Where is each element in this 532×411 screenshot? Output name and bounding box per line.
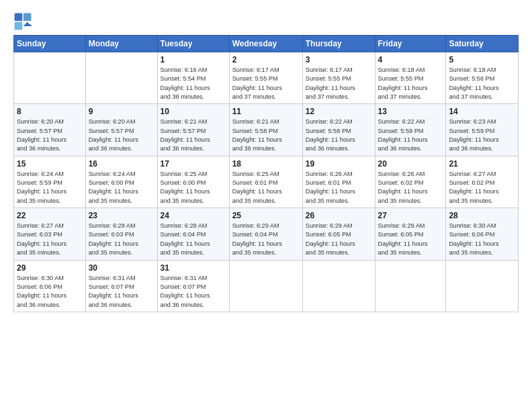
- day-number: 18: [232, 159, 300, 169]
- day-number: 27: [378, 211, 443, 220]
- day-info: Sunrise: 6:29 AM Sunset: 6:04 PM Dayligh…: [232, 222, 300, 257]
- day-number: 14: [449, 107, 515, 116]
- weekday-header-saturday: Saturday: [446, 36, 519, 52]
- weekday-header-friday: Friday: [375, 36, 446, 52]
- calendar-cell: 31Sunrise: 6:31 AM Sunset: 6:07 PM Dayli…: [157, 260, 229, 312]
- week-row-3: 15Sunrise: 6:24 AM Sunset: 5:59 PM Dayli…: [14, 156, 519, 208]
- calendar-table: SundayMondayTuesdayWednesdayThursdayFrid…: [13, 35, 519, 312]
- day-info: Sunrise: 6:22 AM Sunset: 5:59 PM Dayligh…: [378, 118, 443, 153]
- weekday-header-thursday: Thursday: [302, 36, 375, 52]
- calendar-cell: 29Sunrise: 6:30 AM Sunset: 6:06 PM Dayli…: [14, 260, 86, 312]
- weekday-header-wednesday: Wednesday: [229, 36, 302, 52]
- day-number: 23: [89, 211, 154, 220]
- day-info: Sunrise: 6:17 AM Sunset: 5:55 PM Dayligh…: [306, 66, 372, 101]
- calendar-cell: [85, 52, 157, 104]
- day-number: 8: [17, 107, 83, 116]
- day-number: 29: [17, 263, 83, 273]
- week-row-2: 8Sunrise: 6:20 AM Sunset: 5:57 PM Daylig…: [14, 104, 519, 156]
- day-number: 13: [378, 107, 443, 116]
- calendar-cell: 22Sunrise: 6:27 AM Sunset: 6:03 PM Dayli…: [14, 208, 86, 260]
- calendar-cell: [446, 260, 519, 312]
- day-info: Sunrise: 6:30 AM Sunset: 6:06 PM Dayligh…: [449, 222, 515, 257]
- day-number: 11: [232, 107, 300, 116]
- day-number: 28: [449, 211, 515, 220]
- day-info: Sunrise: 6:28 AM Sunset: 6:04 PM Dayligh…: [161, 222, 226, 257]
- weekday-header-monday: Monday: [85, 36, 157, 52]
- svg-rect-2: [15, 22, 23, 30]
- calendar-cell: 26Sunrise: 6:29 AM Sunset: 6:05 PM Dayli…: [302, 208, 375, 260]
- day-info: Sunrise: 6:20 AM Sunset: 5:57 PM Dayligh…: [17, 118, 83, 153]
- day-info: Sunrise: 6:30 AM Sunset: 6:06 PM Dayligh…: [17, 274, 83, 310]
- day-info: Sunrise: 6:25 AM Sunset: 6:00 PM Dayligh…: [161, 170, 226, 205]
- calendar-cell: [14, 52, 86, 104]
- day-info: Sunrise: 6:22 AM Sunset: 5:58 PM Dayligh…: [306, 118, 372, 153]
- calendar-cell: 19Sunrise: 6:26 AM Sunset: 6:01 PM Dayli…: [302, 156, 375, 208]
- day-info: Sunrise: 6:24 AM Sunset: 6:00 PM Dayligh…: [89, 170, 154, 205]
- logo: [13, 12, 35, 31]
- calendar-cell: 10Sunrise: 6:21 AM Sunset: 5:57 PM Dayli…: [157, 104, 229, 156]
- day-number: 26: [306, 211, 372, 220]
- day-number: 24: [161, 211, 226, 220]
- day-info: Sunrise: 6:24 AM Sunset: 5:59 PM Dayligh…: [17, 170, 83, 205]
- day-number: 16: [89, 159, 154, 169]
- day-info: Sunrise: 6:26 AM Sunset: 6:02 PM Dayligh…: [378, 170, 443, 205]
- day-number: 12: [306, 107, 372, 116]
- day-info: Sunrise: 6:18 AM Sunset: 5:55 PM Dayligh…: [378, 66, 443, 101]
- calendar-cell: 3Sunrise: 6:17 AM Sunset: 5:55 PM Daylig…: [302, 52, 375, 104]
- day-number: 2: [232, 55, 300, 64]
- calendar-cell: 18Sunrise: 6:25 AM Sunset: 6:01 PM Dayli…: [229, 156, 302, 208]
- calendar-cell: 30Sunrise: 6:31 AM Sunset: 6:07 PM Dayli…: [85, 260, 157, 312]
- day-number: 25: [232, 211, 300, 220]
- day-number: 5: [449, 55, 515, 64]
- calendar-cell: 2Sunrise: 6:17 AM Sunset: 5:55 PM Daylig…: [229, 52, 302, 104]
- calendar-cell: 16Sunrise: 6:24 AM Sunset: 6:00 PM Dayli…: [85, 156, 157, 208]
- svg-rect-1: [24, 13, 32, 21]
- calendar-cell: 20Sunrise: 6:26 AM Sunset: 6:02 PM Dayli…: [375, 156, 446, 208]
- day-info: Sunrise: 6:29 AM Sunset: 6:05 PM Dayligh…: [378, 222, 443, 257]
- day-info: Sunrise: 6:21 AM Sunset: 5:57 PM Dayligh…: [161, 118, 226, 153]
- calendar-cell: 1Sunrise: 6:16 AM Sunset: 5:54 PM Daylig…: [157, 52, 229, 104]
- day-info: Sunrise: 6:18 AM Sunset: 5:56 PM Dayligh…: [449, 66, 515, 101]
- day-number: 17: [161, 159, 226, 169]
- day-number: 22: [17, 211, 83, 220]
- calendar-cell: 27Sunrise: 6:29 AM Sunset: 6:05 PM Dayli…: [375, 208, 446, 260]
- week-row-1: 1Sunrise: 6:16 AM Sunset: 5:54 PM Daylig…: [14, 52, 519, 104]
- day-info: Sunrise: 6:27 AM Sunset: 6:03 PM Dayligh…: [17, 222, 83, 257]
- day-number: 9: [89, 107, 154, 116]
- calendar-cell: 12Sunrise: 6:22 AM Sunset: 5:58 PM Dayli…: [302, 104, 375, 156]
- day-info: Sunrise: 6:20 AM Sunset: 5:57 PM Dayligh…: [89, 118, 154, 153]
- calendar-cell: 11Sunrise: 6:21 AM Sunset: 5:58 PM Dayli…: [229, 104, 302, 156]
- calendar-cell: 17Sunrise: 6:25 AM Sunset: 6:00 PM Dayli…: [157, 156, 229, 208]
- calendar-cell: 15Sunrise: 6:24 AM Sunset: 5:59 PM Dayli…: [14, 156, 86, 208]
- svg-rect-0: [15, 13, 23, 21]
- day-number: 19: [306, 159, 372, 169]
- calendar-cell: 14Sunrise: 6:23 AM Sunset: 5:59 PM Dayli…: [446, 104, 519, 156]
- day-number: 4: [378, 55, 443, 64]
- calendar-cell: 23Sunrise: 6:28 AM Sunset: 6:03 PM Dayli…: [85, 208, 157, 260]
- weekday-header-row: SundayMondayTuesdayWednesdayThursdayFrid…: [14, 36, 519, 52]
- day-info: Sunrise: 6:27 AM Sunset: 6:02 PM Dayligh…: [449, 170, 515, 205]
- weekday-header-tuesday: Tuesday: [157, 36, 229, 52]
- calendar-cell: 9Sunrise: 6:20 AM Sunset: 5:57 PM Daylig…: [85, 104, 157, 156]
- calendar-cell: 5Sunrise: 6:18 AM Sunset: 5:56 PM Daylig…: [446, 52, 519, 104]
- calendar-cell: [302, 260, 375, 312]
- day-info: Sunrise: 6:26 AM Sunset: 6:01 PM Dayligh…: [306, 170, 372, 205]
- day-info: Sunrise: 6:21 AM Sunset: 5:58 PM Dayligh…: [232, 118, 300, 153]
- day-info: Sunrise: 6:28 AM Sunset: 6:03 PM Dayligh…: [89, 222, 154, 257]
- calendar-cell: 24Sunrise: 6:28 AM Sunset: 6:04 PM Dayli…: [157, 208, 229, 260]
- calendar-cell: 21Sunrise: 6:27 AM Sunset: 6:02 PM Dayli…: [446, 156, 519, 208]
- calendar-cell: 13Sunrise: 6:22 AM Sunset: 5:59 PM Dayli…: [375, 104, 446, 156]
- day-number: 10: [161, 107, 226, 116]
- svg-marker-3: [24, 22, 32, 26]
- week-row-5: 29Sunrise: 6:30 AM Sunset: 6:06 PM Dayli…: [14, 260, 519, 312]
- calendar-cell: 8Sunrise: 6:20 AM Sunset: 5:57 PM Daylig…: [14, 104, 86, 156]
- calendar-cell: [229, 260, 302, 312]
- day-info: Sunrise: 6:16 AM Sunset: 5:54 PM Dayligh…: [161, 66, 226, 101]
- calendar-cell: 4Sunrise: 6:18 AM Sunset: 5:55 PM Daylig…: [375, 52, 446, 104]
- logo-icon: [13, 12, 32, 31]
- day-info: Sunrise: 6:25 AM Sunset: 6:01 PM Dayligh…: [232, 170, 300, 205]
- day-info: Sunrise: 6:23 AM Sunset: 5:59 PM Dayligh…: [449, 118, 515, 153]
- day-number: 1: [161, 55, 226, 64]
- calendar-cell: [375, 260, 446, 312]
- page: SundayMondayTuesdayWednesdayThursdayFrid…: [0, 0, 532, 411]
